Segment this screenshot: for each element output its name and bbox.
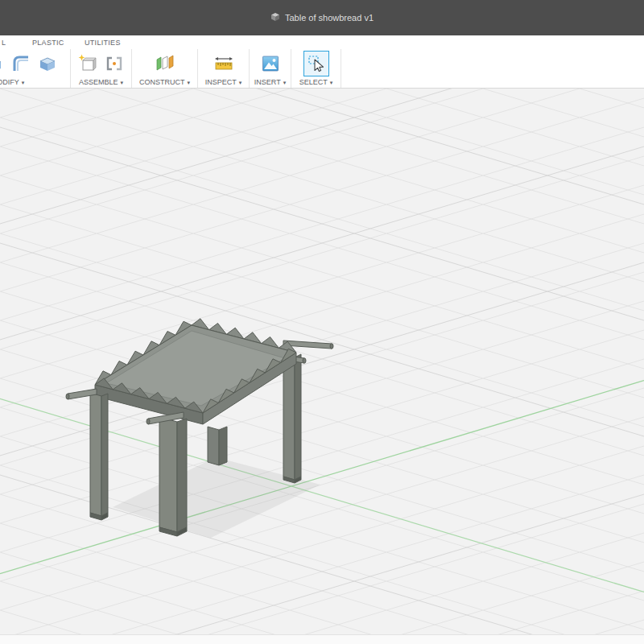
assemble-dropdown[interactable]: ASSEMBLE▾ xyxy=(79,78,123,86)
insert-dropdown[interactable]: INSERT▾ xyxy=(254,78,286,86)
chevron-down-icon: ▾ xyxy=(283,80,287,85)
leg-front-left xyxy=(90,393,101,516)
toolbar-groups: MODIFY▾ xyxy=(0,49,341,88)
chevron-down-icon: ▾ xyxy=(239,80,242,85)
toolbar: L PLASTIC UTILITIES xyxy=(0,35,644,89)
measure-icon[interactable] xyxy=(213,52,235,75)
modify-press-pull-icon[interactable] xyxy=(0,52,6,75)
workspace-tabs: L PLASTIC UTILITIES xyxy=(0,39,644,49)
modify-dropdown[interactable]: MODIFY▾ xyxy=(0,78,24,86)
titlebar: Table of showbread v1 xyxy=(0,0,644,35)
leg-front-center xyxy=(159,417,177,532)
document-cube-icon xyxy=(270,10,280,25)
chevron-down-icon: ▾ xyxy=(187,80,190,85)
document-title: Table of showbread v1 xyxy=(285,13,374,23)
modify-shell-icon[interactable] xyxy=(36,52,59,75)
construct-planes-icon[interactable] xyxy=(154,52,176,75)
viewport-grid xyxy=(0,89,644,634)
group-construct: CONSTRUCT▾ xyxy=(132,49,198,88)
select-dropdown[interactable]: SELECT▾ xyxy=(299,78,333,86)
fusion-app-window: Table of showbread v1 L PLASTIC UTILITIE… xyxy=(0,0,644,644)
construct-dropdown[interactable]: CONSTRUCT▾ xyxy=(139,78,190,86)
group-assemble: ASSEMBLE▾ xyxy=(71,49,132,88)
inspect-dropdown[interactable]: INSPECT▾ xyxy=(205,78,242,86)
group-modify: MODIFY▾ xyxy=(0,49,71,88)
chevron-down-icon: ▾ xyxy=(121,80,124,85)
new-component-icon[interactable] xyxy=(76,52,99,75)
viewport[interactable] xyxy=(0,89,644,634)
joint-icon[interactable] xyxy=(103,52,126,75)
group-select: SELECT▾ xyxy=(291,49,341,88)
group-inspect: INSPECT▾ xyxy=(198,49,250,88)
chevron-down-icon: ▾ xyxy=(22,80,25,85)
leg-back-right xyxy=(283,354,295,480)
group-insert: INSERT▾ xyxy=(250,49,291,88)
tab-utilities[interactable]: UTILITIES xyxy=(85,39,121,47)
modify-fillet-icon[interactable] xyxy=(10,52,32,75)
tab-plastic[interactable]: PLASTIC xyxy=(32,39,64,47)
insert-image-icon[interactable] xyxy=(259,52,282,75)
bottom-bar xyxy=(0,634,644,644)
select-tool-button[interactable] xyxy=(303,51,329,76)
tab-sheet-metal-partial[interactable]: L xyxy=(2,39,6,47)
chevron-down-icon: ▾ xyxy=(330,80,333,85)
leg-back-middle xyxy=(208,427,219,465)
